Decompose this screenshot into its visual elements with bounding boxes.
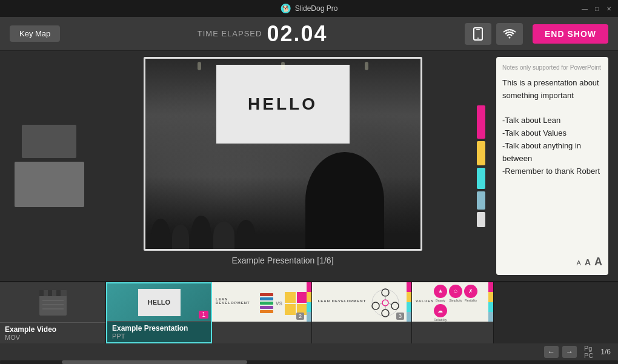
window-controls: — □ ✕: [580, 4, 613, 13]
filmstrip-item-values[interactable]: VALUES ★ Beauty ☺ Simplicity: [412, 282, 494, 343]
scrollbar-thumb[interactable]: [62, 360, 247, 364]
phone-button[interactable]: [465, 23, 491, 45]
main-slide-wrapper: HELLO: [96, 57, 470, 275]
video-thumb: [0, 282, 105, 322]
notes-panel: Notes only supported for PowerPoint This…: [496, 57, 608, 275]
audience-area: [145, 176, 420, 249]
lean2-badge: 3: [396, 313, 404, 320]
val-group-3: ✗ Flexibility: [464, 285, 477, 302]
lean1-thumb: LEAN DEVELOPMENT: [212, 282, 311, 322]
next-slide-button[interactable]: →: [562, 346, 577, 358]
filmstrip: Example Video MOV HELLO 1 Example Presen…: [0, 282, 618, 343]
lean2-thumb: LEAN DEVELOPMENT: [312, 282, 411, 322]
lean1-badge: 2: [296, 313, 304, 320]
maximize-button[interactable]: □: [593, 4, 601, 13]
prev-slide-thumb-1[interactable]: [15, 162, 84, 207]
keymap-button[interactable]: Key Map: [10, 25, 60, 42]
ppt-thumb-image: HELLO: [107, 283, 211, 321]
val-group-1: ★ Beauty: [434, 285, 447, 302]
values-icons: ★ Beauty ☺ Simplicity ✗ Flexibility ☁ Re…: [434, 285, 490, 322]
time-elapsed-section: TIME ELAPSED 02.04: [70, 21, 455, 47]
svg-point-19: [382, 300, 388, 306]
end-show-button[interactable]: END SHOW: [533, 24, 608, 44]
ppt-slide-badge: 1: [199, 311, 208, 319]
svg-point-14: [372, 290, 399, 316]
val-group-2: ☺ Simplicity: [449, 285, 462, 302]
slide-image-overlay: HELLO: [145, 59, 420, 249]
page-label: PgPC: [584, 345, 593, 359]
color-strip-white: [477, 212, 485, 227]
notes-font-controls: A A A: [577, 254, 602, 270]
slide-title: Example Presentation [1/6]: [231, 256, 333, 265]
left-thumbnails: [10, 57, 88, 275]
val-label-3: Flexibility: [465, 299, 477, 302]
title-bar: 🐕 SlideDog Pro — □ ✕: [0, 0, 618, 17]
slide-counter: 1/6: [600, 348, 611, 356]
close-button[interactable]: ✕: [605, 4, 613, 13]
svg-point-17: [382, 309, 389, 317]
slide-hello-text: HELLO: [248, 94, 317, 114]
val-icon-4: ☁: [434, 304, 447, 317]
foreground-person: [305, 152, 384, 249]
color-strip-yellow: [477, 141, 485, 165]
font-small-button[interactable]: A: [577, 258, 581, 268]
main-slide: HELLO: [144, 57, 422, 251]
device-controls: ((•)): [465, 23, 523, 45]
app-title: SlideDog Pro: [295, 4, 338, 13]
color-strip-teal: [477, 168, 485, 189]
time-elapsed-label: TIME ELAPSED: [198, 29, 262, 38]
values-label: [412, 322, 493, 343]
svg-rect-9: [48, 290, 52, 296]
val-group-4: ☁ Reliability: [434, 304, 447, 322]
app-logo-icon: 🐕: [281, 3, 291, 14]
video-name: Example Video: [5, 325, 101, 334]
values-thumb: VALUES ★ Beauty ☺ Simplicity: [412, 282, 493, 322]
filmstrip-item-ppt[interactable]: HELLO 1 Example Presentation PPT: [106, 282, 212, 343]
lean1-label: [212, 322, 311, 343]
svg-rect-8: [39, 290, 44, 296]
phone-icon: [472, 27, 484, 41]
val-icon-1: ★: [434, 285, 447, 298]
color-strip-blue: [477, 191, 485, 210]
prev-slide-button[interactable]: ←: [544, 346, 559, 358]
lean2-label: [312, 322, 411, 343]
color-strip-pink: [477, 105, 485, 139]
svg-line-21: [388, 303, 391, 305]
svg-text:🐕: 🐕: [282, 5, 290, 13]
svg-point-18: [372, 302, 379, 309]
bottom-panel: Example Video MOV HELLO 1 Example Presen…: [0, 281, 618, 364]
lean1-title: LEAN DEVELOPMENT: [216, 297, 260, 305]
ppt-type: PPT: [112, 333, 206, 340]
svg-line-23: [379, 303, 382, 305]
filmstrip-item-lean1[interactable]: LEAN DEVELOPMENT: [212, 282, 312, 343]
filmstrip-bottom: ← → PgPC 1/6: [0, 343, 618, 360]
nav-arrows: ← →: [544, 346, 577, 358]
time-elapsed-value: 02.04: [267, 21, 327, 47]
notes-header: Notes only supported for PowerPoint: [502, 63, 602, 72]
video-type: MOV: [5, 334, 101, 341]
toolbar: Key Map TIME ELAPSED 02.04 ((•)) END SHO…: [0, 17, 618, 51]
prev-slide-thumb-2[interactable]: [22, 125, 76, 158]
wifi-button[interactable]: ((•)): [496, 23, 523, 45]
wifi-icon: ((•)): [502, 28, 517, 40]
val-label-2: Simplicity: [449, 299, 462, 302]
svg-text:((•)): ((•)): [506, 30, 513, 35]
video-label: Example Video MOV: [0, 322, 105, 343]
svg-point-16: [391, 302, 399, 309]
ppt-name: Example Presentation: [112, 324, 206, 333]
font-large-button[interactable]: A: [594, 254, 602, 270]
clapper-icon: [36, 287, 70, 317]
minimize-button[interactable]: —: [580, 4, 589, 13]
main-content: HELLO: [0, 51, 618, 281]
val-label-4: Reliability: [434, 318, 447, 322]
values-title: VALUES: [416, 299, 434, 303]
title-bar-center: 🐕 SlideDog Pro: [281, 3, 338, 14]
val-icon-2: ☺: [449, 285, 462, 298]
filmstrip-scrollbar[interactable]: [0, 360, 618, 364]
svg-rect-4: [476, 29, 480, 30]
font-medium-button[interactable]: A: [585, 256, 591, 269]
filmstrip-item-lean2[interactable]: LEAN DEVELOPMENT: [312, 282, 412, 343]
val-label-1: Beauty: [436, 299, 445, 302]
ceiling-lights: [145, 62, 420, 70]
filmstrip-item-video[interactable]: Example Video MOV: [0, 282, 106, 343]
